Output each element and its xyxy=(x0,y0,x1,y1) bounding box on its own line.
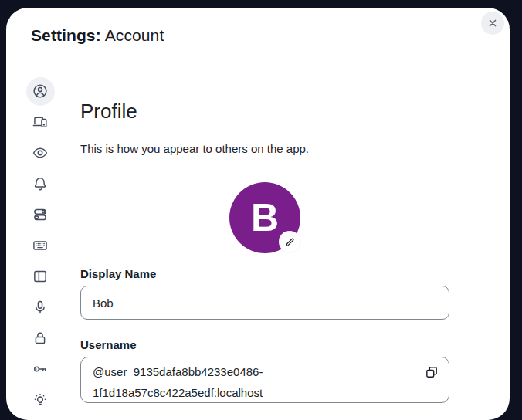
pencil-icon xyxy=(284,236,296,248)
lock-icon xyxy=(32,330,49,347)
avatar-edit-button[interactable] xyxy=(279,231,300,252)
profile-heading: Profile xyxy=(80,100,137,124)
close-icon xyxy=(486,17,499,29)
sidebar-item-panel[interactable] xyxy=(20,261,60,292)
tab-pill xyxy=(26,293,55,322)
settings-dialog: Settings:Account xyxy=(6,8,510,420)
sidebar-item-bell[interactable] xyxy=(20,168,60,199)
sidebar-item-keyboard[interactable] xyxy=(20,230,60,261)
tab-pill xyxy=(26,355,55,384)
tab-pill xyxy=(26,108,55,137)
microphone-icon xyxy=(32,299,49,316)
lightbulb-icon xyxy=(32,391,49,408)
copy-username-button[interactable] xyxy=(424,364,441,381)
sidebar-item-devices[interactable] xyxy=(20,107,60,137)
username-value: @user_9135dafa8bb4233e0486-1f1d18a57c8c4… xyxy=(93,361,371,403)
tab-pill xyxy=(26,170,55,198)
sidebar-panel-icon xyxy=(32,268,49,285)
settings-tabs-sidebar xyxy=(20,76,60,415)
sidebar-item-toggles[interactable] xyxy=(20,199,60,230)
tab-pill xyxy=(26,386,55,415)
display-name-label: Display Name xyxy=(80,267,156,280)
key-icon xyxy=(32,361,49,378)
toggles-icon xyxy=(32,206,49,223)
tab-pill xyxy=(26,324,55,353)
sidebar-item-mic[interactable] xyxy=(20,292,60,323)
app-backdrop: { "window": { "backdrop_color": "#0d1120… xyxy=(0,0,522,420)
sidebar-item-bulb[interactable] xyxy=(20,384,60,415)
username-field: @user_9135dafa8bb4233e0486-1f1d18a57c8c4… xyxy=(80,357,449,403)
avatar-letter: B xyxy=(251,198,279,237)
sidebar-item-key[interactable] xyxy=(20,354,60,384)
sidebar-item-eye[interactable] xyxy=(20,137,60,168)
username-label: Username xyxy=(80,338,137,351)
keyboard-icon xyxy=(32,237,49,254)
display-name-input[interactable] xyxy=(80,286,449,320)
dialog-title-prefix: Settings: xyxy=(31,26,101,44)
tab-pill xyxy=(26,232,55,260)
tab-pill xyxy=(26,262,55,291)
user-profile-icon xyxy=(32,83,49,100)
bell-icon xyxy=(32,175,49,192)
sidebar-item-lock[interactable] xyxy=(20,323,60,354)
eye-icon xyxy=(32,144,49,161)
dialog-title-tab-name: Account xyxy=(105,26,164,44)
dialog-title: Settings:Account xyxy=(31,26,164,45)
sidebar-item-profile[interactable] xyxy=(20,76,60,107)
profile-description: This is how you appear to others on the … xyxy=(80,142,309,155)
copy-icon xyxy=(424,364,439,380)
tab-pill xyxy=(26,139,55,168)
avatar[interactable]: B xyxy=(229,182,300,253)
tab-pill xyxy=(26,201,55,229)
active-tab-highlight xyxy=(26,77,55,106)
close-button[interactable] xyxy=(481,12,504,35)
devices-icon xyxy=(32,113,49,130)
